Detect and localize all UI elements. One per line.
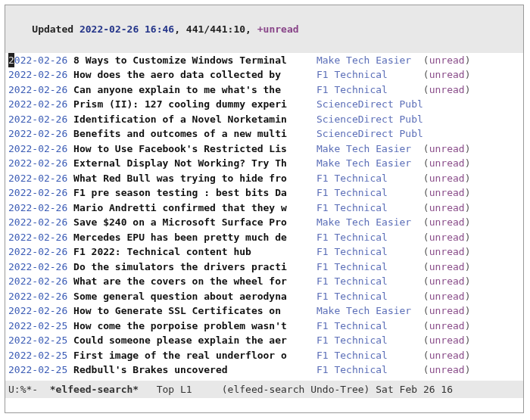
entry-tags: (unread) xyxy=(423,333,520,348)
entry-title: Redbull's Brakes uncovered xyxy=(73,362,316,378)
entry-feed: ScienceDirect Publ xyxy=(316,112,423,127)
entry-tags: (unread) xyxy=(423,185,520,201)
entry-date: 2022-02-26 xyxy=(8,215,67,230)
entry-feed: F1 Technical xyxy=(316,230,423,245)
entry-tags: (unread) xyxy=(423,156,520,171)
entry-feed: ScienceDirect Publ xyxy=(316,126,423,142)
emacs-frame: Updated 2022-02-26 16:46, 441/441:10, +u… xyxy=(5,5,524,413)
entry-title: Mario Andretti confirmed that they w xyxy=(73,201,316,216)
entry-feed: F1 Technical xyxy=(316,333,423,348)
entry-tags: (unread) xyxy=(423,67,520,82)
entry-tags: (unread) xyxy=(423,303,520,319)
entry-date: 2022-02-26 xyxy=(8,67,67,82)
entry-date: 2022-02-26 xyxy=(8,53,67,68)
entry-title: External Display Not Working? Try Th xyxy=(73,156,316,171)
entry-feed: F1 Technical xyxy=(316,319,423,334)
entry-feed: F1 Technical xyxy=(316,362,423,378)
feed-entry[interactable]: 2022-02-26 F1 pre season testing : best … xyxy=(8,185,520,201)
entry-date: 2022-02-26 xyxy=(8,303,67,319)
feed-entry[interactable]: 2022-02-26 Can anyone explain to me what… xyxy=(8,82,520,98)
feed-entry[interactable]: 2022-02-26 What Red Bull was trying to h… xyxy=(8,171,520,186)
entry-title: How to Use Facebook's Restricted Lis xyxy=(73,142,316,157)
feed-entry[interactable]: 2022-02-25 Could someone please explain … xyxy=(8,333,520,348)
entry-date: 2022-02-25 xyxy=(8,333,67,348)
feed-entry[interactable]: 2022-02-26 What are the covers on the wh… xyxy=(8,274,520,289)
entry-date: 2022-02-26 xyxy=(8,156,67,171)
feed-entry[interactable]: 2022-02-26 How does the aero data collec… xyxy=(8,67,520,82)
mode-line: U:%*- *elfeed-search* Top L1 (elfeed-sea… xyxy=(5,381,523,399)
entry-title: Do the simulators the drivers practi xyxy=(73,260,316,275)
echo-area xyxy=(5,398,523,412)
entry-tags: (unread) xyxy=(423,201,520,216)
entry-title: What Red Bull was trying to hide fro xyxy=(73,171,316,186)
entry-tags: (unread) xyxy=(423,260,520,275)
feed-entry[interactable]: 2022-02-26 Identification of a Novel Nor… xyxy=(8,112,520,127)
entry-title: Prism (II): 127 cooling dummy experi xyxy=(73,97,316,112)
feed-entry[interactable]: 2022-02-26 Mercedes EPU has been pretty … xyxy=(8,230,520,245)
updated-timestamp: 2022-02-26 16:46 xyxy=(80,23,174,35)
entry-tags: (unread) xyxy=(423,289,520,304)
feed-entry[interactable]: 2022-02-26 Prism (II): 127 cooling dummy… xyxy=(8,97,520,112)
feed-list[interactable]: 2022-02-26 8 Ways to Customize Windows T… xyxy=(5,53,523,381)
feed-entry[interactable]: 2022-02-26 Some general question about a… xyxy=(8,289,520,304)
entry-tags: (unread) xyxy=(423,362,520,378)
feed-entry[interactable]: 2022-02-26 External Display Not Working?… xyxy=(8,156,520,171)
entry-feed: Make Tech Easier xyxy=(316,156,423,171)
entry-feed: F1 Technical xyxy=(316,82,423,98)
entry-title: What are the covers on the wheel for xyxy=(73,274,316,289)
entry-tags: (unread) xyxy=(423,171,520,186)
entry-date: 2022-02-26 xyxy=(8,274,67,289)
entry-title: Can anyone explain to me what's the xyxy=(73,82,316,98)
entry-tags: (unread) xyxy=(423,244,520,260)
entry-feed: ScienceDirect Publ xyxy=(316,97,423,112)
mode-line-position: Top L1 xyxy=(139,384,222,395)
mode-line-status: U:%*- xyxy=(8,384,50,395)
entry-feed: F1 Technical xyxy=(316,260,423,275)
entry-title: How to Generate SSL Certificates on xyxy=(73,303,316,319)
feed-entry[interactable]: 2022-02-26 How to Use Facebook's Restric… xyxy=(8,142,520,157)
feed-entry[interactable]: 2022-02-25 First image of the real under… xyxy=(8,348,520,363)
updated-label: Updated xyxy=(32,23,80,35)
entry-date: 2022-02-26 xyxy=(8,185,67,201)
header-line: Updated 2022-02-26 16:46, 441/441:10, +u… xyxy=(5,5,523,53)
entry-title: Mercedes EPU has been pretty much de xyxy=(73,230,316,245)
feed-entry[interactable]: 2022-02-26 F1 2022: Technical content hu… xyxy=(8,244,520,260)
entry-tags: (unread) xyxy=(423,142,520,157)
feed-entry[interactable]: 2022-02-25 How come the porpoise problem… xyxy=(8,319,520,334)
entry-feed: Make Tech Easier xyxy=(316,53,423,68)
entry-feed: F1 Technical xyxy=(316,274,423,289)
entry-title: Save $240 on a Microsoft Surface Pro xyxy=(73,215,316,230)
entry-title: F1 pre season testing : best bits Da xyxy=(73,185,316,201)
unread-filter: +unread xyxy=(257,23,299,35)
entry-tags: (unread) xyxy=(423,348,520,363)
entry-date: 2022-02-25 xyxy=(8,319,67,334)
feed-entry[interactable]: 2022-02-26 Benefits and outcomes of a ne… xyxy=(8,126,520,142)
entry-title: 8 Ways to Customize Windows Terminal xyxy=(73,53,316,68)
entry-tags: (unread) xyxy=(423,82,520,98)
entry-title: Could someone please explain the aer xyxy=(73,333,316,348)
entry-feed: Make Tech Easier xyxy=(316,303,423,319)
entry-date: 2022-02-26 xyxy=(8,112,67,127)
entry-title: How come the porpoise problem wasn't xyxy=(73,319,316,334)
entry-date: 2022-02-25 xyxy=(8,362,67,378)
feed-entry[interactable]: 2022-02-26 Do the simulators the drivers… xyxy=(8,260,520,275)
entry-date: 2022-02-26 xyxy=(8,171,67,186)
entry-date: 2022-02-26 xyxy=(8,201,67,216)
entry-title: Identification of a Novel Norketamin xyxy=(73,112,316,127)
feed-entry[interactable]: 2022-02-26 8 Ways to Customize Windows T… xyxy=(8,53,520,68)
feed-entry[interactable]: 2022-02-26 Save $240 on a Microsoft Surf… xyxy=(8,215,520,230)
entry-date: 2022-02-26 xyxy=(8,289,67,304)
entry-tags: (unread) xyxy=(423,53,520,68)
entry-date: 2022-02-26 xyxy=(8,244,67,260)
feed-entry[interactable]: 2022-02-26 Mario Andretti confirmed that… xyxy=(8,201,520,216)
entry-date: 2022-02-26 xyxy=(8,142,67,157)
entry-feed: Make Tech Easier xyxy=(316,215,423,230)
entry-date: 2022-02-26 xyxy=(8,126,67,142)
entry-tags: (unread) xyxy=(423,319,520,334)
feed-entry[interactable]: 2022-02-26 How to Generate SSL Certifica… xyxy=(8,303,520,319)
feed-entry[interactable]: 2022-02-25 Redbull's Brakes uncovered F1… xyxy=(8,362,520,378)
entry-feed: F1 Technical xyxy=(316,67,423,82)
entry-date: 2022-02-26 xyxy=(8,82,67,98)
entry-date: 2022-02-26 xyxy=(8,230,67,245)
entry-tags: (unread) xyxy=(423,274,520,289)
